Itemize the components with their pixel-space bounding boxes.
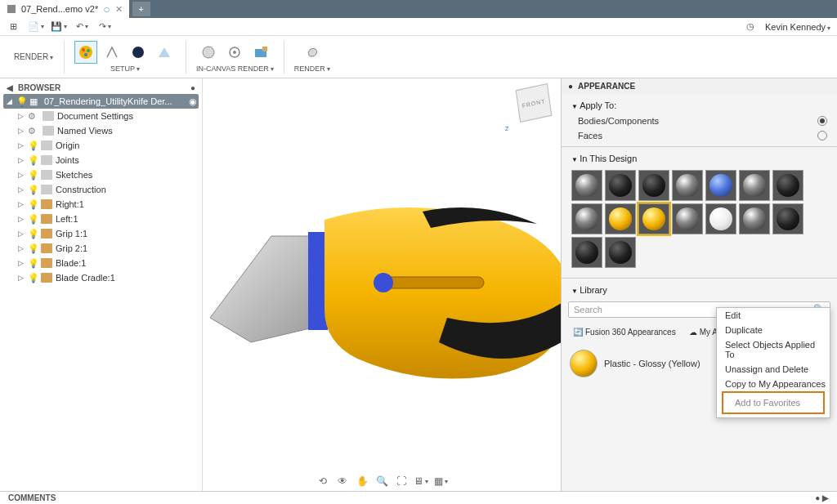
tree-item[interactable]: ▷⚙Named Views bbox=[15, 123, 199, 138]
comments-bar[interactable]: COMMENTS ● ▶ bbox=[0, 491, 837, 504]
twisty-icon[interactable]: ▷ bbox=[16, 244, 25, 252]
orbit-icon[interactable]: ⟲ bbox=[316, 475, 329, 488]
bulb-icon[interactable]: 💡 bbox=[16, 96, 26, 107]
appearance-swatch[interactable] bbox=[772, 203, 803, 234]
bulb-icon[interactable]: 💡 bbox=[28, 185, 38, 195]
appearance-swatch[interactable] bbox=[571, 237, 602, 268]
ctx-unassign[interactable]: Unassign and Delete bbox=[717, 362, 830, 377]
apply-to-title[interactable]: Apply To: bbox=[571, 97, 827, 114]
library-title[interactable]: Library bbox=[571, 282, 827, 298]
file-menu[interactable]: 📄 bbox=[29, 20, 43, 33]
twisty-icon[interactable]: ▷ bbox=[16, 156, 25, 164]
appearance-swatch[interactable] bbox=[605, 170, 636, 201]
toolgroup-label-render[interactable]: RENDER bbox=[294, 65, 330, 73]
bulb-icon[interactable]: 💡 bbox=[28, 258, 38, 269]
in-this-design-title[interactable]: In This Design bbox=[571, 150, 827, 167]
twisty-icon[interactable]: ▷ bbox=[16, 259, 25, 267]
user-menu[interactable]: Kevin Kennedy bbox=[765, 22, 830, 32]
bulb-icon[interactable]: 💡 bbox=[28, 199, 38, 210]
appearance-swatch[interactable] bbox=[739, 170, 770, 201]
twisty-icon[interactable]: ▷ bbox=[16, 200, 25, 208]
tree-item[interactable]: ▷💡Right:1 bbox=[15, 197, 199, 212]
twisty-icon[interactable]: ◢ bbox=[5, 97, 13, 105]
pan-icon[interactable]: ✋ bbox=[356, 475, 369, 488]
appearance-header[interactable]: ● APPEARANCE bbox=[562, 78, 837, 94]
tree-item[interactable]: ▷💡Left:1 bbox=[15, 212, 199, 226]
zoom-icon[interactable]: 🔍 bbox=[375, 475, 388, 488]
twisty-icon[interactable]: ▷ bbox=[16, 230, 25, 238]
incanvas-settings-icon[interactable] bbox=[223, 41, 246, 64]
capture-image-icon[interactable] bbox=[249, 41, 272, 64]
appearance-swatch[interactable] bbox=[571, 203, 602, 234]
redo-button[interactable]: ↷ bbox=[98, 20, 111, 33]
twisty-icon[interactable]: ▷ bbox=[16, 171, 25, 179]
twisty-icon[interactable]: ▷ bbox=[16, 185, 25, 194]
collapse-icon[interactable]: ◀ bbox=[7, 83, 13, 92]
tree-item[interactable]: ▷💡Construction bbox=[15, 182, 199, 197]
appearance-swatch[interactable] bbox=[705, 170, 736, 201]
appearance-swatch[interactable] bbox=[672, 170, 703, 201]
tab-fusion-appearances[interactable]: 🔄Fusion 360 Appearances bbox=[568, 325, 681, 339]
expand-icon[interactable]: ▶ bbox=[822, 493, 829, 502]
twisty-icon[interactable]: ▷ bbox=[16, 127, 25, 135]
tree-item[interactable]: ▷💡Sketches bbox=[15, 167, 199, 182]
ctx-duplicate[interactable]: Duplicate bbox=[717, 323, 830, 337]
toolgroup-label-incanvas[interactable]: IN-CANVAS RENDER bbox=[196, 65, 274, 73]
viewcube[interactable]: FRONT z bbox=[512, 83, 556, 127]
display-settings-icon[interactable]: 🖥 bbox=[414, 475, 427, 488]
incanvas-render-icon[interactable] bbox=[197, 41, 220, 64]
bulb-icon[interactable]: 💡 bbox=[28, 243, 38, 254]
tree-item[interactable]: ▷⚙Document Settings bbox=[15, 109, 199, 123]
tree-item[interactable]: ▷💡Grip 2:1 bbox=[15, 241, 199, 256]
tree-item[interactable]: ▷💡Grip 1:1 bbox=[15, 226, 199, 241]
document-tab[interactable]: 07_Rend...emo v2* ○ ✕ bbox=[0, 0, 129, 18]
radio-icon[interactable] bbox=[817, 116, 827, 126]
apps-icon[interactable]: ⊞ bbox=[7, 20, 20, 33]
browser-header[interactable]: ◀ BROWSER ● bbox=[3, 82, 199, 94]
workspace-switcher[interactable]: RENDER bbox=[8, 52, 59, 61]
appearance-swatch[interactable] bbox=[772, 170, 803, 201]
bulb-icon[interactable]: 💡 bbox=[28, 273, 38, 283]
bulb-icon[interactable]: 💡 bbox=[28, 170, 38, 181]
save-menu[interactable]: 💾 bbox=[52, 20, 65, 33]
grid-settings-icon[interactable]: ▦ bbox=[434, 475, 447, 488]
pin-icon[interactable]: ● bbox=[190, 83, 195, 92]
bulb-icon[interactable]: 💡 bbox=[28, 214, 38, 225]
root-menu-icon[interactable]: ◉ bbox=[189, 96, 197, 107]
appearance-swatch[interactable] bbox=[638, 203, 669, 234]
appearance-swatch[interactable] bbox=[672, 203, 703, 234]
tree-item[interactable]: ▷💡Joints bbox=[15, 153, 199, 167]
twisty-icon[interactable]: ▷ bbox=[16, 141, 25, 149]
twisty-icon[interactable]: ▷ bbox=[16, 215, 25, 223]
fit-icon[interactable]: ⛶ bbox=[395, 475, 408, 488]
bulb-icon[interactable]: 💡 bbox=[28, 140, 38, 151]
tree-item[interactable]: ▷💡Blade:1 bbox=[15, 256, 199, 270]
close-tab-icon[interactable]: ✕ bbox=[115, 4, 123, 15]
viewcube-face[interactable]: FRONT bbox=[516, 83, 553, 123]
texture-icon[interactable] bbox=[153, 41, 176, 64]
viewport-canvas[interactable]: FRONT z ⟲ 👁 ✋ 🔍 ⛶ 🖥 bbox=[203, 78, 561, 491]
ctx-copy-my[interactable]: Copy to My Appearances bbox=[717, 377, 830, 391]
appearance-tool-icon[interactable] bbox=[74, 41, 97, 64]
appearance-swatch[interactable] bbox=[605, 237, 636, 268]
ctx-add-favorites[interactable]: Add to Favorites bbox=[732, 395, 815, 410]
look-icon[interactable]: 👁 bbox=[336, 475, 349, 488]
ctx-edit[interactable]: Edit bbox=[717, 308, 830, 323]
collapse-icon[interactable]: ● bbox=[568, 82, 573, 91]
render-icon[interactable] bbox=[301, 41, 324, 64]
bulb-icon[interactable]: 💡 bbox=[28, 155, 38, 166]
tree-item[interactable]: ▷💡Blade Cradle:1 bbox=[15, 270, 199, 285]
appearance-swatch[interactable] bbox=[705, 203, 736, 234]
appearance-swatch[interactable] bbox=[605, 203, 636, 234]
radio-faces[interactable]: Faces bbox=[571, 128, 827, 143]
decal-icon[interactable] bbox=[127, 41, 150, 64]
tree-root[interactable]: ◢ 💡 ▦ 07_Rendering_UtilityKnife Der... ◉ bbox=[3, 94, 199, 109]
ctx-select-applied[interactable]: Select Objects Applied To bbox=[717, 337, 830, 362]
twisty-icon[interactable]: ▷ bbox=[16, 274, 25, 282]
clock-icon[interactable]: ◷ bbox=[744, 20, 757, 33]
appearance-swatch[interactable] bbox=[739, 203, 770, 234]
undo-button[interactable]: ↶ bbox=[75, 20, 88, 33]
radio-bodies[interactable]: Bodies/Components bbox=[571, 114, 827, 128]
pin-icon[interactable]: ● bbox=[815, 493, 820, 502]
new-tab-button[interactable]: + bbox=[132, 2, 150, 16]
